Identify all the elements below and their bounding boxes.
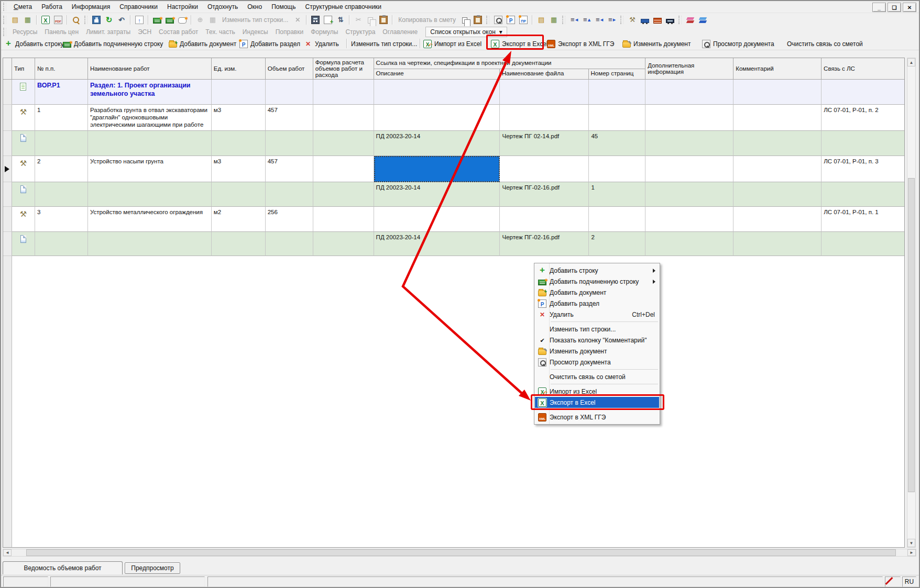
vertical-scroll-thumb[interactable] bbox=[908, 178, 915, 492]
cell-descr[interactable]: ПД 20023-20-14 bbox=[374, 232, 500, 256]
status-language-panel[interactable]: RU bbox=[902, 576, 916, 587]
menu-nastroyki[interactable]: Настройки bbox=[162, 2, 203, 12]
menu-smeta[interactable]: Смета bbox=[9, 2, 37, 12]
paste-page-icon[interactable] bbox=[472, 15, 484, 25]
cell-name[interactable] bbox=[88, 182, 212, 207]
cell-volume[interactable]: 457 bbox=[266, 156, 313, 182]
col-header-extra[interactable]: Дополнительная информация bbox=[645, 58, 733, 80]
context-view-document[interactable]: Просмотр документа bbox=[535, 357, 659, 368]
cell-file[interactable]: Чертеж ПГ 02-14.pdf bbox=[500, 131, 589, 156]
close-button[interactable]: ✕ bbox=[903, 3, 916, 12]
context-export-to-excel[interactable]: Экспорт в Excel bbox=[535, 397, 659, 408]
cell-volume[interactable]: 457 bbox=[266, 105, 313, 131]
document-gear-icon[interactable] bbox=[492, 15, 505, 25]
cell-file[interactable]: Чертеж ПГ-02-16.pdf bbox=[500, 232, 589, 256]
context-add-section[interactable]: Добавить раздел bbox=[535, 298, 659, 309]
cell-num[interactable] bbox=[35, 232, 88, 256]
row-type-icon-cell[interactable] bbox=[12, 182, 35, 207]
scroll-right-icon[interactable]: ► bbox=[907, 549, 916, 556]
cell-extra[interactable] bbox=[645, 156, 733, 182]
selected-cell[interactable] bbox=[374, 156, 500, 182]
undo-icon[interactable] bbox=[115, 15, 128, 25]
table-row-doc[interactable]: ПД 20023-20-14 Чертеж ПГ-02-16.pdf 1 bbox=[3, 182, 904, 207]
cell-name[interactable]: Устройство металлического ограждения bbox=[88, 207, 212, 232]
toolbar-grip[interactable] bbox=[678, 16, 682, 24]
row-selector[interactable] bbox=[3, 105, 12, 131]
minimize-button[interactable]: _ bbox=[872, 3, 886, 12]
cell-extra[interactable] bbox=[645, 207, 733, 232]
table-row-work-current[interactable]: 2 Устройство насыпи грунта м3 457 ЛС 07-… bbox=[3, 156, 904, 182]
tree-cut-icon[interactable] bbox=[535, 15, 547, 25]
context-change-row-type[interactable]: Изменить тип строки... bbox=[535, 324, 659, 335]
export-to-xml-button[interactable]: Экспорт в XML ГГЭ bbox=[547, 39, 614, 49]
horizontal-scroll-thumb[interactable] bbox=[26, 549, 896, 556]
cell-name[interactable] bbox=[88, 131, 212, 156]
row-selector[interactable] bbox=[3, 80, 12, 105]
cell-file[interactable] bbox=[500, 80, 589, 105]
view-document-button[interactable]: Просмотр документа bbox=[702, 39, 774, 49]
table-row-doc[interactable]: ПД 20023-20-14 Чертеж ПГ 02-14.pdf 45 bbox=[3, 131, 904, 156]
col-header-file[interactable]: Наименование файла bbox=[500, 69, 589, 79]
cell-unit[interactable]: м2 bbox=[212, 207, 266, 232]
context-edit-document[interactable]: Изменить документ bbox=[535, 346, 659, 357]
context-import-from-excel[interactable]: Импорт из Excel bbox=[535, 386, 659, 397]
row-type-icon-cell[interactable] bbox=[12, 105, 35, 131]
col-header-formula[interactable]: Формула расчета объемов работ и расхода … bbox=[313, 58, 374, 80]
delete-button[interactable]: Удалить bbox=[304, 39, 339, 49]
cell-formula[interactable] bbox=[313, 131, 374, 156]
col-header-volume[interactable]: Объем работ bbox=[266, 58, 313, 80]
cell-ls[interactable] bbox=[822, 131, 904, 156]
row-selector[interactable] bbox=[3, 232, 12, 256]
row-selector[interactable] bbox=[3, 207, 12, 232]
paste-icon[interactable] bbox=[377, 15, 390, 25]
cell-unit[interactable]: м3 bbox=[212, 156, 266, 182]
cell-file[interactable] bbox=[500, 105, 589, 131]
cell-pages[interactable] bbox=[589, 156, 645, 182]
col-header-descr[interactable]: Описание bbox=[374, 69, 500, 79]
menu-pomosch[interactable]: Помощь bbox=[267, 2, 300, 12]
layers-red-icon[interactable] bbox=[684, 15, 697, 25]
move-up-level-icon[interactable]: ≡▴ bbox=[581, 15, 593, 25]
toolbar-grip[interactable] bbox=[3, 28, 6, 36]
clear-estimate-link-button[interactable]: Очистить связь со сметой bbox=[787, 39, 863, 49]
cell-comment[interactable] bbox=[733, 207, 822, 232]
col-header-type[interactable]: Тип bbox=[12, 58, 35, 80]
cell-volume[interactable] bbox=[266, 80, 313, 105]
toolbar-grip[interactable] bbox=[3, 3, 6, 11]
cell-name[interactable]: Раздел: 1. Проект организации земельного… bbox=[88, 80, 212, 105]
toolbar-grip[interactable] bbox=[84, 16, 87, 24]
pdf-print-icon[interactable] bbox=[52, 15, 64, 25]
truck-icon[interactable] bbox=[639, 15, 651, 25]
cell-num[interactable]: 3 bbox=[35, 207, 88, 232]
cell-pages[interactable] bbox=[589, 207, 645, 232]
cell-comment[interactable] bbox=[733, 232, 822, 256]
col-header-num[interactable]: № п.п. bbox=[35, 58, 88, 80]
add-row-icon[interactable] bbox=[151, 15, 163, 25]
cell-formula[interactable] bbox=[313, 182, 374, 207]
row-selector[interactable] bbox=[3, 156, 12, 182]
shift-left-icon[interactable]: ≡◂ bbox=[593, 15, 606, 25]
toolbar-grip[interactable] bbox=[620, 16, 623, 24]
cell-comment[interactable] bbox=[733, 131, 822, 156]
save-icon[interactable] bbox=[90, 15, 103, 25]
cell-name[interactable] bbox=[88, 232, 212, 256]
lock-export-icon[interactable] bbox=[133, 15, 146, 25]
restore-button[interactable]: ❏ bbox=[888, 3, 901, 12]
horizontal-scrollbar[interactable]: ◄ ► bbox=[3, 549, 916, 557]
scroll-left-icon[interactable]: ◄ bbox=[3, 549, 12, 556]
menu-informacia[interactable]: Информация bbox=[67, 2, 115, 12]
cell-extra[interactable] bbox=[645, 232, 733, 256]
cell-num[interactable] bbox=[35, 131, 88, 156]
outdent-icon[interactable]: ≡◂ bbox=[568, 15, 581, 25]
cell-unit[interactable] bbox=[212, 182, 266, 207]
row-type-icon-cell[interactable] bbox=[12, 80, 35, 105]
context-show-comment-column[interactable]: Показать колонку "Комментарий" bbox=[535, 335, 659, 346]
context-add-row[interactable]: Добавить строку bbox=[535, 265, 659, 276]
cell-num[interactable] bbox=[35, 182, 88, 207]
bricks-icon[interactable] bbox=[651, 15, 664, 25]
add-child-row-button[interactable]: Добавить подчиненную строку bbox=[63, 39, 163, 49]
cell-pages[interactable]: 2 bbox=[589, 232, 645, 256]
cell-ls[interactable] bbox=[822, 182, 904, 207]
col-header-ls[interactable]: Связь с ЛС bbox=[822, 58, 904, 80]
col-header-link-group[interactable]: Ссылка на чертежи, спецификации в проект… bbox=[374, 58, 645, 69]
